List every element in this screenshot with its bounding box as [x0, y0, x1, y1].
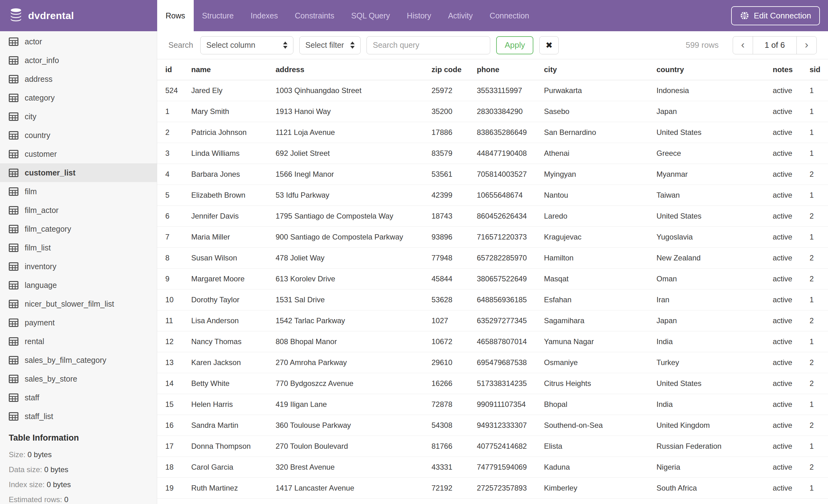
cell-city: Athenai [544, 143, 657, 164]
sidebar-item-label: film_category [25, 225, 71, 234]
tab-sql-query[interactable]: SQL Query [343, 0, 399, 31]
sidebar-item-rental[interactable]: rental [0, 332, 157, 351]
column-select[interactable]: Select column [200, 36, 293, 54]
cell-city: Kaduna [544, 457, 657, 478]
tab-connection[interactable]: Connection [481, 0, 537, 31]
sidebar-item-staff_list[interactable]: staff_list [0, 407, 157, 426]
table-row[interactable]: 1Mary Smith1913 Hanoi Way352002830338429… [157, 101, 828, 122]
sidebar-item-film_actor[interactable]: film_actor [0, 201, 157, 220]
sidebar-item-label: category [25, 93, 55, 102]
filter-select[interactable]: Select filter [299, 36, 361, 54]
table-row[interactable]: 2Patricia Johnson1121 Loja Avenue1788683… [157, 122, 828, 143]
tab-history[interactable]: History [399, 0, 440, 31]
cell-zip-code: 83579 [431, 143, 477, 164]
tab-rows[interactable]: Rows [157, 0, 194, 31]
sidebar-item-address[interactable]: address [0, 70, 157, 88]
cell-address: 1121 Loja Avenue [276, 122, 431, 143]
column-header-country[interactable]: country [657, 59, 773, 80]
tab-structure[interactable]: Structure [194, 0, 242, 31]
sidebar-item-payment[interactable]: payment [0, 313, 157, 332]
table-row[interactable]: 14Betty White770 Bydgoszcz Avenue1626651… [157, 373, 828, 394]
table-icon [9, 375, 18, 383]
table-row[interactable]: 12Nancy Thomas808 Bhopal Manor1067246588… [157, 331, 828, 352]
tab-indexes[interactable]: Indexes [242, 0, 287, 31]
sidebar-item-customer[interactable]: customer [0, 145, 157, 163]
sidebar-item-staff[interactable]: staff [0, 388, 157, 407]
table-row[interactable]: 3Linda Williams692 Joliet Street83579448… [157, 143, 828, 164]
cell-zip-code: 25972 [431, 80, 477, 101]
sidebar-item-film_category[interactable]: film_category [0, 220, 157, 238]
apply-button[interactable]: Apply [496, 36, 533, 54]
cell-sid: 2 [810, 373, 828, 394]
cell-address: 419 Iligan Lane [276, 394, 431, 415]
column-select-value: Select column [206, 41, 279, 50]
next-page-button[interactable]: › [796, 37, 817, 54]
column-header-address[interactable]: address [276, 59, 431, 80]
cell-notes: active [773, 122, 810, 143]
table-row[interactable]: 4Barbara Jones1566 Inegl Manor5356170581… [157, 164, 828, 185]
column-header-city[interactable]: city [544, 59, 657, 80]
column-header-phone[interactable]: phone [477, 59, 544, 80]
cell-name: Karen Jackson [191, 352, 276, 373]
table-info-label: Index size: [9, 480, 47, 489]
cell-zip-code: 16266 [431, 373, 477, 394]
page-indicator: 1 of 6 [753, 37, 796, 54]
table-row[interactable]: 7Maria Miller900 Santiago de Compostela … [157, 227, 828, 247]
clear-filter-button[interactable]: ✖ [539, 36, 559, 54]
sidebar-item-category[interactable]: category [0, 88, 157, 107]
cell-name: Susan Wilson [191, 247, 276, 269]
table-row[interactable]: 19Ruth Martinez1417 Lancaster Avenue7219… [157, 478, 828, 499]
table-row[interactable]: 17Donna Thompson270 Toulon Boulevard8176… [157, 436, 828, 457]
sidebar-item-language[interactable]: language [0, 276, 157, 294]
column-header-zip-code[interactable]: zip code [431, 59, 477, 80]
cell-country: United States [657, 122, 773, 143]
edit-connection-button[interactable]: Edit Connection [731, 6, 820, 25]
column-header-name[interactable]: name [191, 59, 276, 80]
column-header-notes[interactable]: notes [773, 59, 810, 80]
table-row[interactable]: 5Elizabeth Brown53 Idfu Parkway423991065… [157, 185, 828, 206]
cell-zip-code: 43331 [431, 457, 477, 478]
tab-constraints[interactable]: Constraints [287, 0, 343, 31]
cell-phone: 635297277345 [477, 310, 544, 331]
sidebar-item-film_list[interactable]: film_list [0, 238, 157, 257]
sidebar-item-nicer_but_slower_film_list[interactable]: nicer_but_slower_film_list [0, 294, 157, 313]
cell-name: Barbara Jones [191, 164, 276, 185]
sidebar-item-country[interactable]: country [0, 126, 157, 145]
cell-country: Yugoslavia [657, 227, 773, 247]
table-info-value: 0 bytes [47, 480, 71, 489]
cell-phone: 407752414682 [477, 436, 544, 457]
sidebar-item-city[interactable]: city [0, 107, 157, 126]
table-info-label: Size: [9, 450, 28, 459]
sidebar-item-inventory[interactable]: inventory [0, 257, 157, 276]
tab-activity[interactable]: Activity [440, 0, 481, 31]
sidebar-item-customer_list[interactable]: customer_list [0, 163, 157, 182]
table-row[interactable]: 16Sandra Martin360 Toulouse Parkway54308… [157, 415, 828, 436]
table-icon [9, 94, 18, 102]
cell-id: 3 [157, 143, 191, 164]
search-query-input[interactable] [367, 36, 490, 54]
table-row[interactable]: 9Margaret Moore613 Korolev Drive45844380… [157, 269, 828, 289]
table-row[interactable]: 18Carol Garcia320 Brest Avenue4333174779… [157, 457, 828, 478]
sidebar-item-sales_by_film_category[interactable]: sales_by_film_category [0, 351, 157, 369]
cell-notes: active [773, 80, 810, 101]
column-header-sid[interactable]: sid [810, 59, 828, 80]
prev-page-button[interactable]: ‹ [733, 37, 753, 54]
cell-sid: 1 [810, 80, 828, 101]
sidebar-item-actor_info[interactable]: actor_info [0, 51, 157, 70]
table-row[interactable]: 524Jared Ely1003 Qinhuangdao Street25972… [157, 80, 828, 101]
table-info-value: 0 [64, 495, 68, 504]
table-row[interactable]: 13Karen Jackson270 Amroha Parkway2961069… [157, 352, 828, 373]
table-row[interactable]: 6Jennifer Davis1795 Santiago de Composte… [157, 206, 828, 227]
column-header-id[interactable]: id [157, 59, 191, 80]
table-row[interactable]: 10Dorothy Taylor1531 Sal Drive5362864885… [157, 289, 828, 310]
table-row[interactable]: 11Lisa Anderson1542 Tarlac Parkway102763… [157, 310, 828, 331]
sidebar-item-film[interactable]: film [0, 182, 157, 201]
cell-sid: 1 [810, 478, 828, 499]
sidebar-item-actor[interactable]: actor [0, 32, 157, 51]
database-icon [9, 8, 23, 24]
sidebar-item-label: inventory [25, 262, 56, 271]
table-row[interactable]: 8Susan Wilson478 Joliet Way7794865728228… [157, 247, 828, 269]
sidebar-item-sales_by_store[interactable]: sales_by_store [0, 369, 157, 388]
cell-notes: active [773, 310, 810, 331]
table-row[interactable]: 15Helen Harris419 Iligan Lane72878990911… [157, 394, 828, 415]
